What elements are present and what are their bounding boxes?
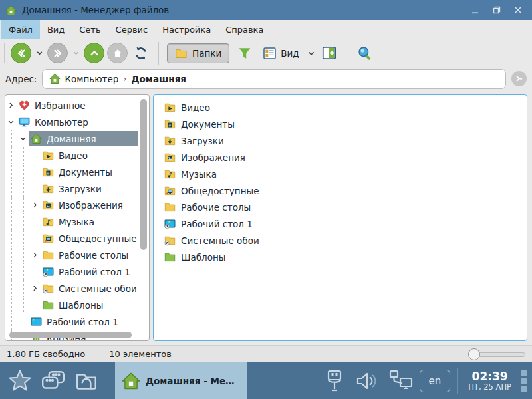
clock-time: 02:39 <box>472 370 508 383</box>
file-list-item[interactable]: Рабочие столы <box>156 199 524 215</box>
active-task-button[interactable]: Домашняя - Ме… <box>115 362 247 399</box>
breadcrumb-segment[interactable]: Домашняя <box>132 74 186 84</box>
file-list-item[interactable]: Системные обои <box>156 232 524 249</box>
heart-icon <box>19 100 30 111</box>
tree-item[interactable]: Рабочий стол 1 <box>5 263 149 280</box>
language-indicator[interactable]: en <box>420 370 451 392</box>
menubar: ФайлВидСетьСервисНастройкаСправка <box>0 20 532 39</box>
tree-vertical-scrollbar[interactable] <box>140 98 147 330</box>
file-item-label: Загрузки <box>181 136 224 146</box>
menu-item-4[interactable]: Настройка <box>155 20 218 39</box>
forward-button[interactable] <box>47 43 68 63</box>
folder-green-icon <box>164 251 176 263</box>
favorites-star-icon[interactable] <box>5 366 35 396</box>
file-list-item[interactable]: Видео <box>156 99 524 116</box>
view-mode-button[interactable]: Вид <box>259 44 303 63</box>
taskbar-separator <box>313 368 313 394</box>
tree-item[interactable]: Компьютер <box>5 114 149 130</box>
toggle-side-pane-button[interactable]: Папки <box>167 43 229 63</box>
minimize-button[interactable] <box>467 3 484 17</box>
zoom-slider-handle[interactable] <box>468 348 480 360</box>
forward-history-chevron-icon[interactable] <box>70 48 81 59</box>
menu-item-1[interactable]: Вид <box>40 20 72 39</box>
tree-expander-icon[interactable] <box>29 200 41 211</box>
view-button-label: Вид <box>281 48 299 59</box>
split-view-button[interactable] <box>322 46 336 60</box>
tree-item[interactable]: Рабочий стол 1 <box>5 313 149 330</box>
close-button[interactable] <box>509 3 527 17</box>
file-manager-launcher-icon[interactable] <box>72 366 101 396</box>
tree-item-label: Домашняя <box>47 134 96 144</box>
folder-documents-icon <box>164 118 176 130</box>
file-list-item[interactable]: Рабочий стол 1 <box>156 215 524 232</box>
maximize-button[interactable] <box>488 3 505 17</box>
tree-item[interactable]: Домашняя <box>5 130 149 147</box>
clock[interactable]: 02:39 ПТ, 25 АПР <box>464 370 515 391</box>
tree-item[interactable]: Видео <box>5 147 149 164</box>
home-button[interactable] <box>107 43 128 63</box>
panel-grip[interactable] <box>519 370 529 392</box>
tree-item[interactable]: Загрузки <box>5 180 149 197</box>
network-icon[interactable] <box>386 366 416 396</box>
view-mode-chevron-icon[interactable] <box>306 48 317 59</box>
screen: Домашняя - Менеджер файлов ФайлВидСетьСе… <box>0 0 532 399</box>
tree-expander-icon[interactable] <box>5 116 17 128</box>
tree-expander-icon[interactable] <box>29 249 41 261</box>
tree-item[interactable]: Рабочие столы <box>5 247 149 263</box>
sidebar-tree-panel: Избранное Компьютер Домашняя Видео Докум… <box>5 94 150 341</box>
refresh-button[interactable] <box>133 45 149 61</box>
tree-expander-icon <box>29 266 41 277</box>
toolbar-grip[interactable] <box>4 43 5 63</box>
file-list-item[interactable]: Документы <box>156 116 524 132</box>
up-button[interactable] <box>84 43 104 63</box>
tree-item[interactable]: Системные обои <box>5 280 149 297</box>
menu-item-5[interactable]: Справка <box>218 20 271 39</box>
volume-icon[interactable] <box>353 366 382 396</box>
tree-indent-guide <box>23 263 29 280</box>
toolbar-separator <box>346 42 346 65</box>
tree-indent-guide <box>11 180 17 197</box>
tree-indent-guide <box>11 313 17 330</box>
window-list-icon[interactable] <box>39 366 68 396</box>
folder-images-icon <box>164 152 176 163</box>
address-input[interactable]: Компьютер›Домашняя <box>42 69 506 89</box>
tree-item[interactable]: Музыка <box>5 213 149 230</box>
menu-item-2[interactable]: Сеть <box>72 20 108 39</box>
file-list-item[interactable]: Загрузки <box>156 132 524 149</box>
zoom-slider-track[interactable] <box>473 352 525 357</box>
tree-horizontal-scrollbar[interactable] <box>8 332 138 338</box>
folder-music-icon <box>43 216 54 227</box>
search-button[interactable] <box>357 45 373 61</box>
tree-item[interactable]: Документы <box>5 164 149 180</box>
zoom-slider[interactable] <box>468 348 525 361</box>
tree-indent-guide <box>11 213 17 230</box>
back-button[interactable] <box>11 43 31 63</box>
folder-green-icon <box>43 299 54 311</box>
item-count-text: 10 элементов <box>109 349 172 359</box>
usb-device-icon[interactable] <box>320 366 349 396</box>
tree-expander-icon[interactable] <box>17 133 29 144</box>
go-button[interactable] <box>511 71 527 86</box>
tree-item[interactable]: Избранное <box>5 97 149 114</box>
tree-item[interactable]: Общедоступные <box>5 230 149 247</box>
home-icon <box>31 133 42 144</box>
tree-item[interactable]: Шаблоны <box>5 297 149 313</box>
folder-plain-icon <box>164 201 176 213</box>
file-list-item[interactable]: Музыка <box>156 166 524 182</box>
tree-item[interactable]: Изображения <box>5 197 149 213</box>
tree-expander-icon[interactable] <box>29 283 41 294</box>
filter-button[interactable] <box>237 46 252 61</box>
menu-item-0[interactable]: Файл <box>1 20 40 39</box>
folder-link-icon <box>164 235 176 246</box>
breadcrumb-segment[interactable]: Компьютер <box>65 74 118 84</box>
tree-expander-icon <box>29 150 41 161</box>
folder-plain-icon <box>43 249 54 261</box>
back-history-chevron-icon[interactable] <box>34 48 45 59</box>
file-item-label: Рабочий стол 1 <box>181 219 253 229</box>
tree-expander-icon[interactable] <box>5 100 17 111</box>
menu-item-3[interactable]: Сервис <box>108 20 156 39</box>
file-list-item[interactable]: Общедоступные <box>156 182 524 199</box>
tree-indent-guide <box>23 213 29 230</box>
file-list-item[interactable]: Шаблоны <box>156 249 524 265</box>
file-list-item[interactable]: Изображения <box>156 149 524 166</box>
